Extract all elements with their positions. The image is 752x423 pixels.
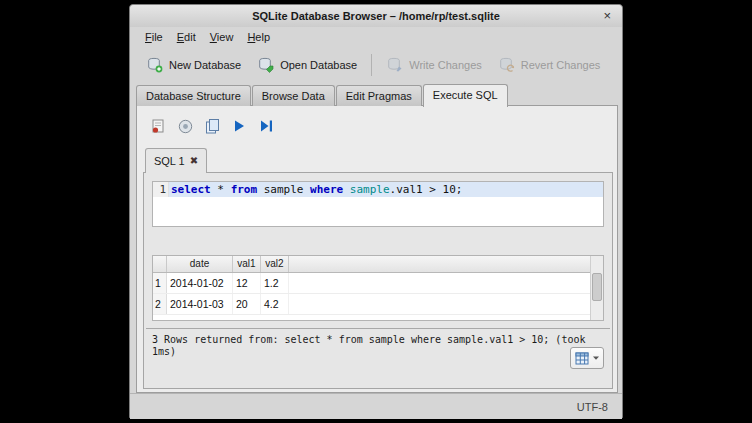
- main-tabbar: Database Structure Browse Data Edit Prag…: [136, 84, 509, 106]
- row-number-header[interactable]: [153, 256, 167, 272]
- write-changes-label: Write Changes: [409, 59, 482, 71]
- new-database-label: New Database: [169, 59, 241, 71]
- sql-keyword: select: [171, 183, 211, 196]
- tab-database-structure[interactable]: Database Structure: [136, 85, 251, 106]
- sql-table-name: sample: [350, 183, 390, 196]
- toolbar-separator: [371, 54, 372, 76]
- statusbar: UTF-8: [130, 393, 622, 419]
- titlebar[interactable]: SQLite Database Browser – /home/rp/test.…: [130, 5, 622, 28]
- window-title: SQLite Database Browser – /home/rp/test.…: [252, 10, 500, 22]
- cell-date[interactable]: 2014-01-02: [167, 273, 233, 293]
- tab-execute-sql[interactable]: Execute SQL: [423, 84, 508, 107]
- write-changes-icon: [386, 56, 404, 74]
- tab-edit-pragmas[interactable]: Edit Pragmas: [336, 85, 422, 106]
- desktop-background: { "window": { "title": "SQLite Database …: [0, 0, 752, 423]
- execution-message: 3 Rows returned from: select * from samp…: [152, 334, 597, 358]
- chevron-down-icon: [592, 354, 600, 362]
- close-window-button[interactable]: ×: [600, 5, 614, 27]
- write-changes-button[interactable]: Write Changes: [378, 52, 490, 78]
- editor-line-1: 1 select * from sample where sample.val1…: [153, 182, 603, 197]
- sql-page: 1 select * from sample where sample.val1…: [143, 172, 613, 389]
- app-window: SQLite Database Browser – /home/rp/test.…: [129, 4, 623, 418]
- sql-1-tab[interactable]: SQL 1 ✖: [145, 148, 207, 173]
- revert-changes-icon: [498, 56, 516, 74]
- result-view-dropdown[interactable]: [570, 347, 604, 369]
- results-vertical-scrollbar[interactable]: [590, 256, 603, 320]
- open-database-label: Open Database: [280, 59, 357, 71]
- open-sql-file-icon[interactable]: [176, 117, 194, 135]
- cell-date[interactable]: 2014-01-03: [167, 294, 233, 314]
- revert-changes-button[interactable]: Revert Changes: [490, 52, 609, 78]
- sql-toolbar: [149, 116, 275, 136]
- column-header-date[interactable]: date: [167, 256, 233, 272]
- results-header-row: date val1 val2: [153, 256, 603, 273]
- header-filler: [289, 256, 603, 272]
- cell-val1[interactable]: 12: [233, 273, 261, 293]
- results-table: date val1 val2 1 2014-01-02 12 1.2 2 201…: [152, 255, 604, 321]
- new-database-button[interactable]: New Database: [138, 52, 249, 78]
- sql-1-tab-label: SQL 1: [154, 155, 185, 167]
- line-number: 1: [153, 182, 169, 197]
- menubar: File Edit View Help: [130, 27, 622, 47]
- tab-browse-data[interactable]: Browse Data: [252, 85, 335, 106]
- cell-val2[interactable]: 4.2: [261, 294, 289, 314]
- new-sql-tab-icon[interactable]: [149, 117, 167, 135]
- cell-val1[interactable]: 20: [233, 294, 261, 314]
- revert-changes-label: Revert Changes: [521, 59, 601, 71]
- menu-edit[interactable]: Edit: [170, 27, 203, 47]
- scrollbar-thumb[interactable]: [592, 273, 602, 301]
- open-database-icon: [257, 56, 275, 74]
- table-row[interactable]: 2 2014-01-03 20 4.2: [153, 294, 603, 315]
- main-toolbar: New Database Open Database Write: [130, 47, 622, 83]
- save-sql-file-icon[interactable]: [203, 117, 221, 135]
- sql-keyword: where: [310, 183, 343, 196]
- close-icon: ×: [603, 8, 611, 23]
- column-header-val1[interactable]: val1: [233, 256, 261, 272]
- cell-val2[interactable]: 1.2: [261, 273, 289, 293]
- sql-keyword: from: [231, 183, 258, 196]
- execute-sql-panel: SQL 1 ✖ 1 select * from sample where sam…: [136, 105, 618, 393]
- sql-code-line: select * from sample where sample.val1 >…: [169, 182, 603, 197]
- open-database-button[interactable]: Open Database: [249, 52, 365, 78]
- close-sql-tab-icon[interactable]: ✖: [190, 156, 198, 166]
- execute-current-line-icon[interactable]: [257, 117, 275, 135]
- table-view-icon: [575, 351, 589, 365]
- table-row[interactable]: 1 2014-01-02 12 1.2: [153, 273, 603, 294]
- menu-help[interactable]: Help: [240, 27, 277, 47]
- splitter[interactable]: [146, 328, 610, 329]
- column-header-val2[interactable]: val2: [261, 256, 289, 272]
- row-number-cell: 2: [153, 294, 167, 314]
- menu-file[interactable]: File: [138, 27, 170, 47]
- new-database-icon: [146, 56, 164, 74]
- sql-editor[interactable]: 1 select * from sample where sample.val1…: [152, 181, 604, 227]
- encoding-indicator[interactable]: UTF-8: [577, 401, 608, 413]
- execute-sql-icon[interactable]: [230, 117, 248, 135]
- row-number-cell: 1: [153, 273, 167, 293]
- menu-view[interactable]: View: [203, 27, 241, 47]
